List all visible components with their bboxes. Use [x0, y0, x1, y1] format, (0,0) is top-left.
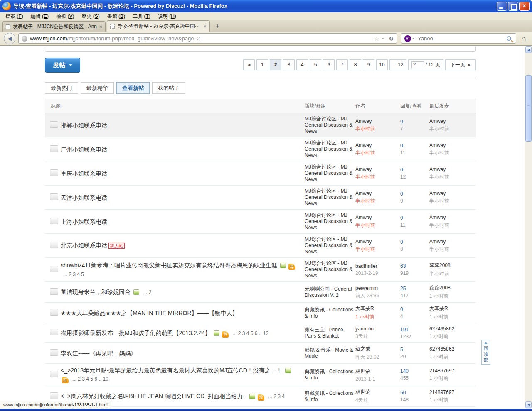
scrollbar-thumb[interactable] [525, 75, 532, 142]
tab-close-icon[interactable]: × [99, 24, 102, 29]
author-link[interactable]: Amway [355, 215, 400, 220]
last-post-user-link[interactable]: Amway [429, 239, 476, 245]
forum-link[interactable]: MJ综合讨论区 - MJ General Discussion & News [305, 188, 355, 207]
bookmark-star-icon[interactable]: ☆ [374, 35, 379, 42]
maximize-button[interactable] [508, 2, 518, 11]
forum-link[interactable]: MJ综合讨论区 - MJ General Discussion & News [305, 116, 355, 135]
search-icon[interactable] [507, 36, 511, 41]
menu-t[interactable]: 工具 (T) [129, 12, 154, 20]
thread-title-link[interactable]: 北京小姐联系电话 [61, 242, 107, 249]
thread-title-link[interactable]: 邯郸小姐联系电话 [61, 122, 107, 129]
browser-tab-2[interactable]: 导读-查看新帖 - 迈克尔·杰克逊中国···× [107, 20, 210, 32]
page-button-12[interactable]: ... 12 [389, 59, 406, 70]
thread-title-link[interactable]: 董洁现身米兰，和珍妮同台 [61, 289, 131, 295]
forum-link[interactable]: MJ综合讨论区 - MJ General Discussion & News [305, 164, 355, 183]
last-post-user-link[interactable]: 214897697 [429, 389, 476, 395]
author-link[interactable]: Amway [355, 142, 400, 148]
search-bar[interactable]: Y! ▾ Yahoo [401, 33, 516, 44]
last-post-user-link[interactable]: 大耳朵R [429, 305, 476, 312]
yahoo-engine-icon[interactable]: Y! [404, 35, 411, 42]
menu-s[interactable]: 歷史 (S) [78, 12, 103, 20]
filter-tab-3[interactable]: 查看新帖 [116, 82, 150, 94]
menu-f[interactable]: 檔案 (F) [2, 12, 27, 20]
forum-link[interactable]: MJ综合讨论区 - MJ General Discussion & News [305, 260, 355, 279]
author-link[interactable]: 大耳朵R [355, 305, 400, 312]
thread-title-link[interactable]: 天津小姐联系电话 [61, 194, 107, 201]
vertical-scrollbar[interactable] [525, 46, 532, 409]
reload-icon[interactable]: ↻ [389, 35, 394, 42]
scroll-up-button[interactable] [525, 46, 532, 53]
author-link[interactable]: Amway [355, 191, 400, 196]
close-button[interactable]: × [519, 2, 530, 11]
page-button-10[interactable]: 10 [376, 59, 388, 70]
new-tab-button[interactable]: + [212, 22, 223, 31]
title-page-links[interactable]: ... 2 3 4 5 6 .. 10 [72, 376, 108, 382]
forum-link[interactable]: MJ综合讨论区 - MJ General Discussion & News [305, 140, 355, 159]
page-button-4[interactable]: 4 [296, 59, 308, 70]
page-prev-button[interactable]: ◀ [243, 59, 255, 70]
search-engine-dropdown-icon[interactable]: ▾ [412, 37, 414, 40]
forum-link[interactable]: MJ综合讨论区 - MJ General Discussion & News [305, 212, 355, 231]
menu-e[interactable]: 編輯 (E) [27, 12, 52, 20]
thread-title-link[interactable]: <_>2013年元旦贴-最罕见最给力最黄色最有名最讨大家喜欢的MJ宣传CD！没有… [61, 367, 282, 374]
new-post-button[interactable]: 发帖 [45, 58, 80, 73]
author-link[interactable]: 林世荣 [355, 389, 400, 396]
page-jump-input[interactable] [411, 61, 424, 68]
menu-v[interactable]: 檢視 (V) [52, 12, 78, 20]
back-to-top-button[interactable]: 回顶部 [481, 340, 490, 365]
author-link[interactable]: 迈之爱 [355, 345, 400, 352]
home-button[interactable]: ⌂ [519, 34, 529, 44]
url-bar[interactable]: www.mjjcn.com /mjjcnforum/forum.php?mod=… [18, 33, 397, 44]
thread-title-link[interactable]: <_>周六林兄好收藏之名叫BILLIE JEAN 演唱会LIVE CD~封面相当… [61, 393, 246, 399]
browser-tab-1[interactable]: 发表帖子 - MJJCN公告和反馈区 - Ann···× [2, 21, 106, 32]
title-page-links[interactable]: ... 2 3 4 5 6 .. 13 [232, 330, 268, 336]
thread-title-link[interactable]: ★★★大耳朵藏品★★★之【MAN IN THE MIRROR】——【镜中人】 [61, 310, 238, 316]
back-button[interactable]: ◀ [4, 33, 15, 44]
page-button-7[interactable]: 7 [336, 59, 348, 70]
last-post-user-link[interactable]: 214897697 [429, 368, 476, 374]
author-link[interactable]: 林世荣 [355, 368, 400, 375]
forum-link[interactable]: 家有三宝 - Prince, Paris & Blanket [305, 327, 355, 339]
last-post-user-link[interactable]: 蕊蕊2008 [429, 284, 476, 291]
forum-link[interactable]: 典藏资讯 - Collections & Info [305, 390, 355, 403]
page-button-3[interactable]: 3 [283, 59, 295, 70]
thread-title-link[interactable]: 重庆小姐联系电话 [61, 170, 107, 177]
last-post-user-link[interactable]: Amway [429, 142, 476, 148]
author-link[interactable]: yanmilin [355, 326, 400, 332]
thread-title-link[interactable]: 御用摄影师最新发布一批MJ和孩子们的萌照【2013.2.24】 [61, 330, 211, 336]
last-post-user-link[interactable]: 蕊蕊2008 [429, 262, 476, 269]
page-button-9[interactable]: 9 [363, 59, 374, 70]
last-post-user-link[interactable]: Amway [429, 191, 476, 196]
title-page-links[interactable]: ... 2 3 4 [268, 394, 285, 399]
last-post-user-link[interactable]: Amway [429, 215, 476, 220]
page-button-2[interactable]: 2 [270, 59, 281, 70]
page-button-5[interactable]: 5 [310, 59, 321, 70]
forum-link[interactable]: 典藏资讯 - Collections & Info [305, 307, 355, 319]
filter-tab-4[interactable]: 我的帖子 [152, 82, 185, 94]
thread-title-link[interactable]: 上海小姐联系电话 [61, 218, 107, 225]
page-button-1[interactable]: 1 [256, 59, 268, 70]
tab-close-icon[interactable]: × [203, 24, 207, 29]
author-link[interactable]: Amway [355, 118, 400, 124]
author-link[interactable]: Amway [355, 239, 400, 245]
thread-title-link[interactable]: showbiz411新参考：唱片业传奇教父新书证实迈克尔有意终结哥哥杰梅恩的职业… [61, 262, 277, 269]
last-post-user-link[interactable]: Amway [429, 166, 476, 172]
page-button-8[interactable]: 8 [350, 59, 361, 70]
last-post-user-link[interactable]: Amway [429, 118, 476, 124]
minimize-button[interactable] [497, 2, 507, 11]
author-link[interactable]: Amway [355, 166, 400, 172]
scroll-down-button[interactable] [525, 401, 532, 408]
forum-link[interactable]: MJ综合讨论区 - MJ General Discussion & News [305, 236, 355, 255]
forum-link[interactable]: 典藏资讯 - Collections & Info [305, 369, 355, 381]
search-input[interactable]: Yahoo [418, 35, 507, 42]
forum-link[interactable]: 无喇喇公国 - General Discussion V. 2 [305, 286, 355, 298]
author-link[interactable]: badthriller [355, 263, 400, 269]
last-post-user-link[interactable]: 627465862 [429, 346, 476, 352]
title-page-links[interactable]: ... 2 3 4 5 [63, 272, 84, 277]
url-dropdown-icon[interactable]: ▾ [382, 37, 384, 40]
page-button-6[interactable]: 6 [323, 59, 335, 70]
thread-title-link[interactable]: 李双江------《再见吧，妈妈》 [61, 350, 136, 357]
forum-link[interactable]: 影视 & 音乐 - Movie & Music [305, 347, 355, 360]
thread-title-link[interactable]: 广州小姐联系电话 [61, 146, 107, 153]
filter-tab-2[interactable]: 最新精华 [81, 82, 114, 94]
